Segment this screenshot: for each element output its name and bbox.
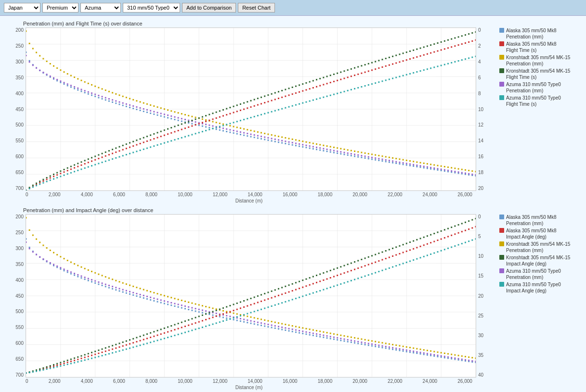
chart2-x-labels: 0 2,000 4,000 6,000 8,000 10,000 12,000 … bbox=[26, 378, 472, 384]
chart2-x-labels-wrapper: 0 2,000 4,000 6,000 8,000 10,000 12,000 … bbox=[26, 378, 472, 390]
chart2-y-left-labels: 700 650 600 550 500 450 400 350 300 250 … bbox=[4, 214, 26, 378]
legend-dot-kron-ft bbox=[499, 68, 504, 73]
chart1-y-right-labels: 20 18 16 14 12 10 8 6 4 2 0 bbox=[476, 27, 495, 191]
legend-item-kron-ft: Kronshtadt 305 mm/54 MK-15Flight Time (s… bbox=[499, 68, 582, 80]
ship-select[interactable]: Azuma Alaska Kronshtadt bbox=[80, 3, 121, 13]
chart1-x-labels: 0 2,000 4,000 6,000 8,000 10,000 12,000 … bbox=[26, 191, 472, 197]
legend2-dot-azuma-ia bbox=[499, 282, 504, 287]
chart1-x-axis-title: Distance (m) bbox=[26, 198, 472, 203]
tier-select[interactable]: Premium All Standard bbox=[42, 3, 78, 13]
chart2-section: Penetration (mm) and Impact Angle (deg) … bbox=[0, 207, 586, 390]
chart1-y-right-axis: 20 18 16 14 12 10 8 6 4 2 0 bbox=[476, 27, 495, 191]
chart1-canvas-wrapper bbox=[26, 27, 476, 191]
shell-select[interactable]: 310 mm/50 Type0 305 mm/50 Mk8 bbox=[123, 3, 180, 13]
toolbar: Japan USA Germany UK USSR Premium All St… bbox=[0, 0, 586, 16]
chart2-x-axis-title: Distance (m) bbox=[26, 385, 472, 390]
legend-item-kron-pen: Kronshtadt 305 mm/54 MK-15Penetration (m… bbox=[499, 54, 582, 67]
legend2-dot-azuma-pen bbox=[499, 268, 504, 273]
charts-container: Penetration (mm) and Flight Time (s) ove… bbox=[0, 16, 586, 392]
chart2-canvas-wrapper bbox=[26, 214, 476, 378]
chart2-y-right-axis: 40 35 30 25 20 15 10 5 0 bbox=[476, 214, 495, 378]
chart1-legend: Alaska 305 mm/50 Mk8Penetration (mm) Ala… bbox=[495, 27, 582, 191]
legend2-item-kron-ia: Kronshtadt 305 mm/54 MK-15Impact Angle (… bbox=[499, 254, 582, 267]
chart1-section: Penetration (mm) and Flight Time (s) ove… bbox=[0, 21, 586, 203]
legend2-item-azuma-pen: Azuma 310 mm/50 Type0Penetration (mm) bbox=[499, 268, 582, 280]
legend2-dot-alaska-pen bbox=[499, 215, 504, 219]
chart1-area: 700 650 600 550 500 450 400 350 300 250 … bbox=[4, 27, 582, 191]
chart1-y-left-axis: 700 650 600 550 500 450 400 350 300 250 … bbox=[4, 27, 26, 191]
reset-chart-button[interactable]: Reset Chart bbox=[238, 3, 275, 13]
legend2-item-kron-pen: Kronshtadt 305 mm/54 MK-15Penetration (m… bbox=[499, 241, 582, 253]
legend-dot-kron-pen bbox=[499, 55, 504, 60]
legend2-item-alaska-ia: Alaska 305 mm/50 Mk8Impact Angle (deg) bbox=[499, 228, 582, 240]
chart1-title: Penetration (mm) and Flight Time (s) ove… bbox=[23, 21, 582, 26]
legend-dot-azuma-pen bbox=[499, 82, 504, 87]
legend2-dot-kron-ia bbox=[499, 255, 504, 260]
chart2-y-left-axis: 700 650 600 550 500 450 400 350 300 250 … bbox=[4, 214, 26, 378]
nation-select[interactable]: Japan USA Germany UK USSR bbox=[4, 3, 40, 13]
chart2-y-right-labels: 40 35 30 25 20 15 10 5 0 bbox=[476, 214, 495, 378]
chart2-area: 700 650 600 550 500 450 400 350 300 250 … bbox=[4, 214, 582, 378]
chart1-x-axis-area: 0 2,000 4,000 6,000 8,000 10,000 12,000 … bbox=[4, 191, 582, 203]
add-comparison-button[interactable]: Add to Comparison bbox=[182, 3, 236, 13]
legend2-dot-alaska-ia bbox=[499, 228, 504, 233]
legend2-item-alaska-pen: Alaska 305 mm/50 Mk8Penetration (mm) bbox=[499, 214, 582, 227]
legend2-item-azuma-ia: Azuma 310 mm/50 Type0Impact Angle (deg) bbox=[499, 281, 582, 294]
legend2-dot-kron-pen bbox=[499, 241, 504, 246]
legend-item-alaska-pen: Alaska 305 mm/50 Mk8Penetration (mm) bbox=[499, 27, 582, 40]
chart2-legend: Alaska 305 mm/50 Mk8Penetration (mm) Ala… bbox=[495, 214, 582, 378]
legend-dot-alaska-pen bbox=[499, 28, 504, 33]
chart2-title: Penetration (mm) and Impact Angle (deg) … bbox=[23, 207, 582, 213]
chart2-canvas bbox=[26, 215, 476, 377]
chart2-x-axis-area: 0 2,000 4,000 6,000 8,000 10,000 12,000 … bbox=[4, 378, 582, 390]
chart1-y-left-labels: 700 650 600 550 500 450 400 350 300 250 … bbox=[4, 27, 26, 191]
chart1-x-labels-wrapper: 0 2,000 4,000 6,000 8,000 10,000 12,000 … bbox=[26, 191, 472, 203]
legend-item-alaska-ft: Alaska 305 mm/50 Mk8Flight Time (s) bbox=[499, 41, 582, 53]
legend-dot-alaska-ft bbox=[499, 41, 504, 46]
legend-dot-azuma-ft bbox=[499, 95, 504, 100]
legend-item-azuma-ft: Azuma 310 mm/50 Type0Flight Time (s) bbox=[499, 95, 582, 107]
chart1-canvas bbox=[26, 28, 476, 190]
legend-item-azuma-pen: Azuma 310 mm/50 Type0Penetration (mm) bbox=[499, 81, 582, 94]
